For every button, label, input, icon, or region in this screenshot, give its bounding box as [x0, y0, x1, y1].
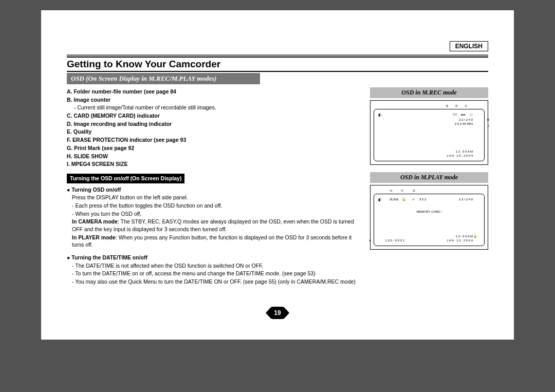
manual-page: ENGLISH Getting to Know Your Camcorder O… — [41, 10, 514, 340]
def-g: G. Print Mark (see page 92 — [67, 145, 134, 151]
def-c: C. CARD (MEMORY CARD) indicator — [67, 113, 160, 119]
fig2-label-h: H — [390, 189, 392, 193]
figure2-lcd: ◧ SLIDE 🔒 ▱ 3 5 2 2 2 / 2 4 0 MEMORY CAR… — [374, 194, 485, 246]
subsection-bar: OSD (On Screen Display in M.REC/M.PLAY m… — [67, 73, 260, 84]
def-b: B. Image counter — [67, 97, 110, 103]
figure1-lcd: ◧ ▯▯▯ ▸▸▸ ▢ 2 2 / 2 4 0 3 5 2 SF MIN 1 2… — [374, 109, 485, 161]
fig2-label-f: F — [401, 189, 403, 193]
figure2-title: OSD in M.PLAY mode — [370, 172, 488, 183]
fig1-label-d: D — [455, 104, 457, 108]
turning-osd-heading: ● Turning OSD on/off — [67, 186, 360, 194]
def-d: D. Image recording and loading indicator — [67, 121, 172, 127]
def-a: A. Folder number-file number (see page 8… — [67, 88, 176, 95]
turning-osd-l1: Press the DISPLAY button on the left sid… — [67, 194, 360, 201]
subtopic-pill: Turning the OSD on/off (On Screen Displa… — [67, 174, 184, 183]
fig1-date: J A N . 1 0 , 2 0 0 4 — [447, 154, 473, 158]
triple-box-icon: ▸▸▸ — [461, 113, 466, 117]
figure2-box: H F G ◧ SLIDE 🔒 ▱ 3 5 2 2 2 / 2 4 0 MEMO… — [370, 185, 488, 250]
turning-osd-l3: - When you turn the OSD off, — [67, 210, 360, 218]
print-icon: ▱ — [412, 197, 415, 201]
def-i: I. MPEG4 SCREEN SIZE — [67, 161, 127, 167]
turning-osd-l2: - Each press of the button toggles the O… — [67, 202, 360, 210]
fig2-counter: 2 2 / 2 4 0 — [459, 197, 473, 201]
fig2-card: MEMORY CARD ! — [374, 210, 484, 214]
turning-date-l1: - The DATE/TIME is not affected when the… — [67, 262, 360, 270]
fig2-label-g: G — [413, 189, 415, 193]
fig1-label-i: I — [488, 124, 489, 128]
def-f: F. ERASE PROTECTION indicator (see page … — [67, 137, 186, 143]
fig2-label-a: A — [369, 238, 371, 242]
fig1-label-e: E — [446, 104, 448, 108]
language-box: ENGLISH — [450, 41, 488, 51]
turning-date-l2: - To turn the DATE/TIME on or off, acces… — [67, 270, 360, 277]
left-column: A. Folder number-file number (see page 8… — [67, 87, 360, 286]
fig1-label-b: B — [487, 118, 489, 122]
three-bars-icon: ▯▯▯ — [453, 113, 457, 116]
page-title: Getting to Know Your Camcorder — [67, 57, 488, 72]
turning-osd-l4: In CAMERA mode: The STBY, REC, EASY.Q mo… — [67, 218, 360, 233]
turning-date-heading: ● Turning the DATE/TIME on/off — [67, 254, 360, 262]
fig2-date: J A N . 1 0 , 2 0 0 4 — [447, 238, 473, 242]
card-icon: ▢ — [470, 113, 473, 117]
def-e: E. Quality — [67, 128, 91, 135]
figure1-title: OSD in M.REC mode — [370, 87, 488, 98]
fig1-size: 3 5 2 SF MIN — [455, 122, 473, 126]
sf-icon: ◧ — [378, 113, 382, 118]
right-column: OSD in M.REC mode E D C ◧ ▯▯▯ ▸▸▸ ▢ 2 2 … — [370, 87, 488, 286]
fig1-label-c: C — [465, 104, 467, 108]
turning-osd-l5: In PLAYER mode: When you press any Funct… — [67, 234, 360, 249]
lock-icon-2: 🔒 — [473, 234, 477, 238]
lock-icon: 🔒 — [402, 197, 405, 201]
page-number-badge: 19 — [271, 307, 284, 319]
fig2-slide: SLIDE — [390, 197, 398, 201]
def-h: H. SLIDE SHOW — [67, 153, 108, 159]
fig2-folder: 1 0 0 - 0 0 0 1 — [385, 238, 404, 242]
sf-icon: ◧ — [378, 197, 382, 202]
def-b-sub: - Current still image/Total number of re… — [67, 104, 360, 111]
turning-date-l3: - You may also use the Quick Menu to tur… — [67, 278, 360, 286]
figure1-box: E D C ◧ ▯▯▯ ▸▸▸ ▢ 2 2 / 2 4 0 3 5 2 SF M… — [370, 100, 488, 165]
fig2-size: 3 5 2 — [419, 197, 426, 201]
